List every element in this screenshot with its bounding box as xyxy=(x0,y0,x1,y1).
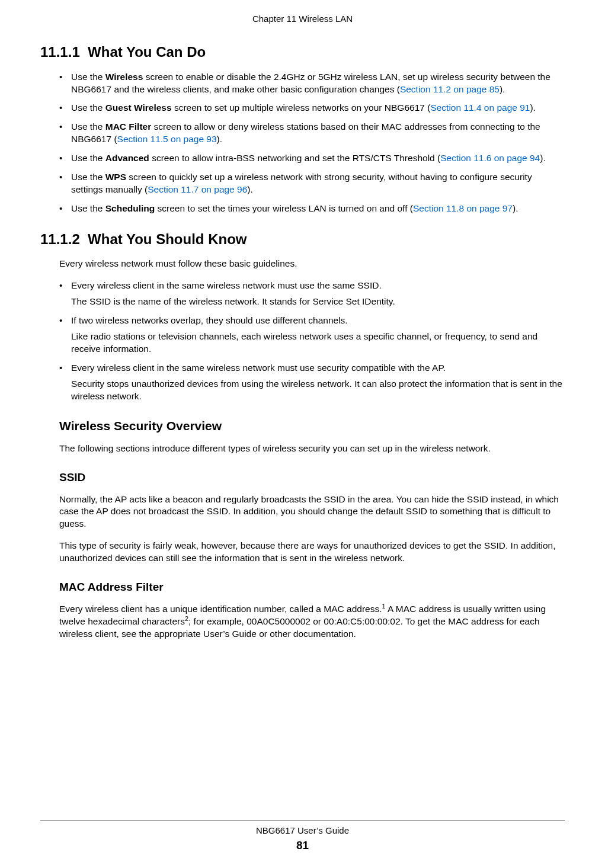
document-page: Chapter 11 Wireless LAN 11.1.1 What You … xyxy=(0,0,605,868)
text-sub: Like radio stations or television channe… xyxy=(71,331,565,355)
text-bold: Guest Wireless xyxy=(105,103,172,113)
text: Every wireless client in the same wirele… xyxy=(71,280,382,290)
list-item: Use the Wireless screen to enable or dis… xyxy=(59,71,565,96)
text: screen to set the times your wireless LA… xyxy=(155,203,413,213)
text-bold: MAC Filter xyxy=(105,121,152,132)
text: Use the xyxy=(71,121,105,132)
link-section-11-6[interactable]: Section 11.6 on page 94 xyxy=(440,153,540,163)
text-sub: The SSID is the name of the wireless net… xyxy=(71,296,565,308)
text-sub: Security stops unauthorized devices from… xyxy=(71,378,565,403)
text-bold: Wireless xyxy=(105,72,143,82)
link-section-11-7[interactable]: Section 11.7 on page 96 xyxy=(148,184,247,194)
link-section-11-4[interactable]: Section 11.4 on page 91 xyxy=(430,103,530,113)
text: ). xyxy=(540,153,545,163)
text: ). xyxy=(500,84,505,94)
text: ). xyxy=(247,184,252,194)
heading-number: 11.1.1 xyxy=(40,44,80,60)
text: Use the xyxy=(71,203,105,213)
text: Use the xyxy=(71,72,105,82)
heading-11-1-1: 11.1.1 What You Can Do xyxy=(40,43,565,62)
text: screen to quickly set up a wireless netw… xyxy=(71,172,532,194)
paragraph: The following sections introduce differe… xyxy=(59,443,565,455)
paragraph: Every wireless client has a unique ident… xyxy=(59,603,565,640)
text: ). xyxy=(217,134,222,144)
heading-11-1-2: 11.1.2 What You Should Know xyxy=(40,230,565,249)
text: ). xyxy=(530,103,535,113)
link-section-11-5[interactable]: Section 11.5 on page 93 xyxy=(117,134,217,144)
text: Every wireless client has a unique ident… xyxy=(59,604,382,614)
list-item: Every wireless client in the same wirele… xyxy=(59,362,565,403)
heading-wireless-security-overview: Wireless Security Overview xyxy=(59,418,565,434)
paragraph: Every wireless network must follow these… xyxy=(59,258,565,270)
chapter-header: Chapter 11 Wireless LAN xyxy=(40,13,565,25)
text: Use the xyxy=(71,153,105,163)
list-item: Use the Guest Wireless screen to set up … xyxy=(59,102,565,114)
paragraph: This type of security is fairly weak, ho… xyxy=(59,540,565,565)
page-footer: NBG6617 User’s Guide 81 xyxy=(40,821,565,853)
text: screen to allow intra-BSS networking and… xyxy=(149,153,440,163)
text: If two wireless networks overlap, they s… xyxy=(71,315,348,325)
text: Use the xyxy=(71,172,105,182)
list-item: Use the Advanced screen to allow intra-B… xyxy=(59,152,565,165)
paragraph: Normally, the AP acts like a beacon and … xyxy=(59,494,565,531)
footer-page-number: 81 xyxy=(40,838,565,853)
list-item: Use the WPS screen to quickly set up a w… xyxy=(59,171,565,196)
text: ). xyxy=(513,203,518,213)
list-item: Use the Scheduling screen to set the tim… xyxy=(59,203,565,215)
heading-number: 11.1.2 xyxy=(40,231,80,247)
heading-title: What You Should Know xyxy=(88,231,247,247)
footer-guide-title: NBG6617 User’s Guide xyxy=(40,825,565,837)
list-guidelines: Every wireless client in the same wirele… xyxy=(59,280,565,402)
list-what-you-can-do: Use the Wireless screen to enable or dis… xyxy=(59,71,565,215)
text: Use the xyxy=(71,103,105,113)
text: screen to set up multiple wireless netwo… xyxy=(172,103,431,113)
list-item: Every wireless client in the same wirele… xyxy=(59,280,565,308)
list-item: If two wireless networks overlap, they s… xyxy=(59,315,565,355)
text-bold: Scheduling xyxy=(105,203,155,213)
text-bold: Advanced xyxy=(105,153,149,163)
heading-ssid: SSID xyxy=(59,470,565,485)
heading-mac-address-filter: MAC Address Filter xyxy=(59,579,565,595)
link-section-11-8[interactable]: Section 11.8 on page 97 xyxy=(413,203,513,213)
text: Every wireless client in the same wirele… xyxy=(71,363,446,373)
link-section-11-2[interactable]: Section 11.2 on page 85 xyxy=(400,84,500,94)
text-bold: WPS xyxy=(105,172,126,182)
list-item: Use the MAC Filter screen to allow or de… xyxy=(59,121,565,146)
heading-title: What You Can Do xyxy=(88,44,206,60)
